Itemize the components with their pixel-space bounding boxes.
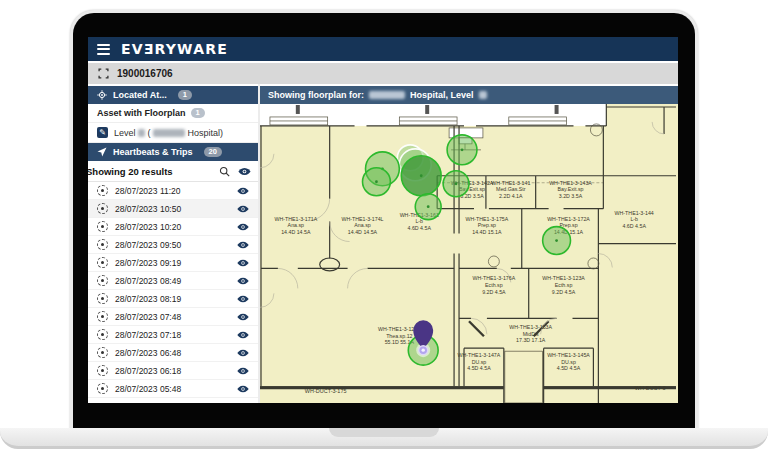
heartbeat-timestamp: 28/07/2023 08:19 xyxy=(115,294,181,304)
heartbeat-target-icon xyxy=(97,275,108,286)
viewfinder-icon[interactable] xyxy=(98,68,109,79)
eye-icon[interactable] xyxy=(237,295,249,303)
heartbeat-row[interactable]: 28/07/2023 10:20 xyxy=(88,218,258,236)
heartbeat-target-icon xyxy=(97,185,108,196)
eye-icon[interactable] xyxy=(237,187,249,195)
duct-label: WH-DUCT-3-175 xyxy=(305,388,347,394)
heartbeat-target-icon xyxy=(97,347,108,358)
heartbeat-target-icon xyxy=(97,365,108,376)
eye-icon[interactable] xyxy=(237,331,249,339)
floorplan-svg: WH-THE1-3-142ABay.Exit.sp3.2D 3.5AWH-THE… xyxy=(260,104,676,403)
heartbeat-timestamp: 28/07/2023 05:48 xyxy=(115,384,181,394)
heartbeat-timestamp: 28/07/2023 07:18 xyxy=(115,330,181,340)
heartbeat-timestamp: 28/07/2023 08:49 xyxy=(115,276,181,286)
floorplan-header: Showing floorplan for: Hospital, Level xyxy=(260,86,678,104)
heartbeat-timestamp: 28/07/2023 11:20 xyxy=(115,186,181,196)
eye-icon[interactable] xyxy=(237,205,249,213)
heartbeat-timestamp: 28/07/2023 10:20 xyxy=(115,222,181,232)
eye-icon[interactable] xyxy=(237,313,249,321)
redacted-hospital-name xyxy=(153,129,185,137)
heartbeat-target-icon xyxy=(97,239,108,250)
heartbeat-timestamp: 28/07/2023 09:50 xyxy=(115,240,181,250)
asset-id: 1900016706 xyxy=(117,68,173,79)
heartbeat-target-icon xyxy=(97,311,108,322)
row-label: Asset with Floorplan xyxy=(97,108,186,118)
heartbeat-row[interactable]: 28/07/2023 06:18 xyxy=(88,362,258,380)
sidebar: Located At... 1 Asset with Floorplan 1 ✎… xyxy=(88,84,260,403)
heartbeat-target-icon xyxy=(97,293,108,304)
heartbeat-timestamp: 28/07/2023 06:18 xyxy=(115,366,181,376)
laptop-notch xyxy=(329,428,439,437)
heartbeat-row[interactable]: 28/07/2023 10:50 xyxy=(88,200,258,218)
gps-target-icon xyxy=(97,90,107,100)
eye-icon[interactable] xyxy=(238,167,251,176)
asset-id-bar: 1900016706 xyxy=(88,63,678,84)
count-badge: 1 xyxy=(191,108,205,119)
count-badge: 20 xyxy=(204,147,222,158)
heartbeat-row[interactable]: 28/07/2023 11:20 xyxy=(88,182,258,200)
level-row[interactable]: ✎ Level ( Hospital) xyxy=(88,123,258,143)
eye-icon[interactable] xyxy=(237,349,249,357)
section-label: Heartbeats & Trips xyxy=(113,147,193,157)
heartbeat-row[interactable]: 28/07/2023 08:19 xyxy=(88,290,258,308)
redacted-hospital-name xyxy=(369,91,405,99)
eye-icon[interactable] xyxy=(237,259,249,267)
app-logo: EVƎRYWARE xyxy=(121,41,228,57)
heartbeat-target-icon xyxy=(97,203,108,214)
section-located-at[interactable]: Located At... 1 xyxy=(88,86,258,104)
eye-icon[interactable] xyxy=(237,223,249,231)
heartbeat-target-icon xyxy=(97,257,108,268)
edit-icon[interactable]: ✎ xyxy=(97,127,108,138)
eye-icon[interactable] xyxy=(237,367,249,375)
section-heartbeats-trips[interactable]: Heartbeats & Trips 20 xyxy=(88,143,258,161)
hamburger-menu-icon[interactable] xyxy=(97,44,110,55)
heartbeat-timestamp: 28/07/2023 06:48 xyxy=(115,348,181,358)
results-count-label: Showing 20 results xyxy=(88,166,173,177)
heartbeat-row[interactable]: 28/07/2023 08:49 xyxy=(88,272,258,290)
level-label: Level ( Hospital) xyxy=(114,128,223,138)
heartbeat-target-icon xyxy=(97,383,108,394)
duct-label: WH-DUCT-3 xyxy=(635,385,666,391)
floorplan-canvas[interactable]: WH-THE1-3-142ABay.Exit.sp3.2D 3.5AWH-THE… xyxy=(260,104,678,403)
count-badge: 1 xyxy=(178,90,192,101)
heartbeat-timestamp: 28/07/2023 07:48 xyxy=(115,312,181,322)
heartbeat-target-icon xyxy=(97,221,108,232)
heartbeat-row[interactable]: 28/07/2023 07:18 xyxy=(88,326,258,344)
heartbeat-row[interactable]: 28/07/2023 06:48 xyxy=(88,344,258,362)
laptop-base xyxy=(0,428,768,449)
heartbeat-row[interactable]: 28/07/2023 09:19 xyxy=(88,254,258,272)
top-navbar: EVƎRYWARE xyxy=(88,37,678,61)
asset-with-floorplan-row: Asset with Floorplan 1 xyxy=(88,104,258,123)
eye-icon[interactable] xyxy=(237,277,249,285)
app-window: EVƎRYWARE 1900016706 Located At... 1 Ass… xyxy=(88,37,678,403)
heartbeat-row[interactable]: 28/07/2023 07:48 xyxy=(88,308,258,326)
redacted-level-number xyxy=(138,129,145,137)
results-row: Showing 20 results xyxy=(88,161,258,182)
heartbeat-timestamp: 28/07/2023 09:19 xyxy=(115,258,181,268)
heartbeat-timestamp: 28/07/2023 10:50 xyxy=(115,204,181,214)
redacted-level-number xyxy=(479,91,487,99)
search-icon[interactable] xyxy=(219,166,230,177)
heartbeat-target-icon xyxy=(97,329,108,340)
eye-icon[interactable] xyxy=(237,385,249,393)
heartbeat-list: 28/07/2023 11:20 28/07/2023 10:50 28/07/… xyxy=(88,182,258,403)
heartbeat-row[interactable]: 28/07/2023 05:48 xyxy=(88,380,258,398)
floorplan-header-label: Showing floorplan for: xyxy=(268,90,364,100)
navigation-arrow-icon xyxy=(97,147,107,157)
main-panel: Showing floorplan for: Hospital, Level xyxy=(260,84,678,403)
eye-icon[interactable] xyxy=(237,241,249,249)
heartbeat-row[interactable]: 28/07/2023 09:50 xyxy=(88,236,258,254)
section-label: Located At... xyxy=(113,90,167,100)
